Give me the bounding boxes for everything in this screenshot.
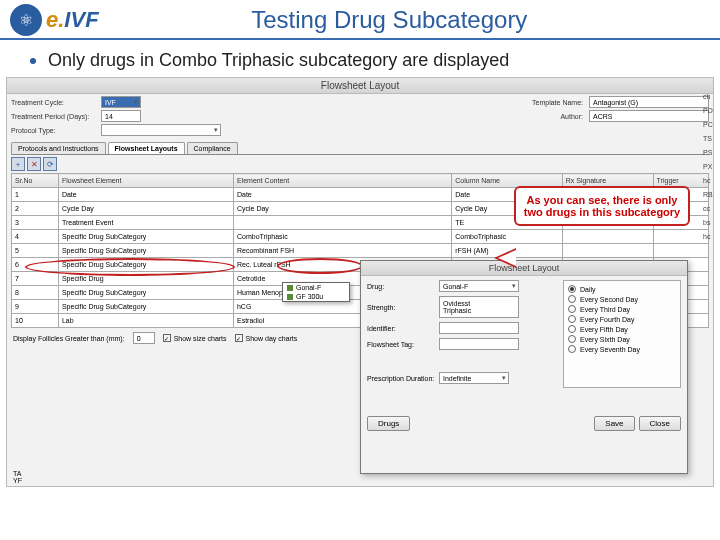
cell: 5 — [12, 244, 59, 258]
cell: 6 — [12, 258, 59, 272]
cell: 2 — [12, 202, 59, 216]
drug-list-item[interactable]: GF 300u — [283, 292, 349, 301]
cell: Cycle Day — [233, 202, 451, 216]
drug-label: Drug: — [367, 283, 439, 290]
table-row[interactable]: 4Specific Drug SubCategoryComboTriphasic… — [12, 230, 709, 244]
frequency-label: Every Fourth Day — [580, 316, 634, 323]
column-header[interactable]: Sr.No — [12, 174, 59, 188]
display-follicles-input[interactable]: 0 — [133, 332, 155, 344]
bottom-code-1: TA — [13, 470, 22, 477]
bottom-code-2: YF — [13, 477, 22, 484]
template-name-input[interactable]: Antagonist (G) — [589, 96, 709, 108]
frequency-group: DailyEvery Second DayEvery Third DayEver… — [563, 280, 681, 388]
cell: Specific Drug SubCategory — [58, 244, 233, 258]
column-header[interactable]: Element Content — [233, 174, 451, 188]
cell: Date — [58, 188, 233, 202]
cell: 4 — [12, 230, 59, 244]
dialog-title: Flowsheet Layout — [361, 261, 687, 276]
display-follicles-label: Display Follicles Greater than (mm): — [13, 335, 125, 342]
cell: 9 — [12, 300, 59, 314]
checkbox-show-day-label: Show day charts — [246, 335, 298, 342]
treatment-cycle-label: Treatment Cycle: — [11, 99, 101, 106]
cell: Specific Drug — [58, 272, 233, 286]
strength-list[interactable]: Ovidesst Triphasic — [439, 296, 519, 318]
refresh-icon[interactable]: ⟳ — [43, 157, 57, 171]
frequency-label: Daily — [580, 286, 596, 293]
frequency-radio[interactable] — [568, 345, 576, 353]
prescription-duration-select[interactable]: Indefinite — [439, 372, 509, 384]
cell — [562, 244, 653, 258]
tab-flowsheet-layouts[interactable]: Flowsheet Layouts — [108, 142, 185, 154]
checkbox-show-day[interactable] — [235, 334, 243, 342]
cell: Recombinant FSH — [233, 244, 451, 258]
tab-protocols[interactable]: Protocols and Instructions — [11, 142, 106, 154]
column-header[interactable]: Flowsheet Element — [58, 174, 233, 188]
template-name-label: Template Name: — [513, 99, 583, 106]
frequency-label: Every Sixth Day — [580, 336, 630, 343]
cell: 10 — [12, 314, 59, 328]
flowsheet-tag-label: Flowsheet Tag: — [367, 341, 439, 348]
checkbox-show-size-label: Show size charts — [174, 335, 227, 342]
right-cutoff-codes: chPDPCTSPSPXhcRBccbshc — [700, 90, 720, 244]
author-input[interactable]: ACRS — [589, 110, 709, 122]
protocol-type-label: Protocol Type: — [11, 127, 101, 134]
logo-e: e. — [46, 7, 64, 32]
window-title: Flowsheet Layout — [7, 78, 713, 94]
atom-icon: ⚛ — [10, 4, 42, 36]
treatment-period-label: Treatment Period (Days): — [11, 113, 101, 120]
cell — [562, 230, 653, 244]
identifier-input[interactable] — [439, 322, 519, 334]
drug-item-label: Gonal-F — [296, 284, 321, 291]
frequency-radio[interactable] — [568, 315, 576, 323]
drug-list-item[interactable]: Gonal-F — [283, 283, 349, 292]
cell: Lab — [58, 314, 233, 328]
protocol-type-select[interactable] — [101, 124, 221, 136]
bullet-text: Only drugs in Combo Triphasic subcategor… — [48, 50, 509, 71]
frequency-radio[interactable] — [568, 305, 576, 313]
frequency-label: Every Second Day — [580, 296, 638, 303]
frequency-radio[interactable] — [568, 285, 576, 293]
close-button[interactable]: Close — [639, 416, 681, 431]
bullet-icon — [30, 58, 36, 64]
page-title: Testing Drug Subcategory — [99, 6, 710, 34]
logo-ivf: IVF — [64, 7, 98, 32]
logo: ⚛ e.IVF — [10, 4, 99, 36]
drug-item-label: GF 300u — [296, 293, 323, 300]
frequency-label: Every Seventh Day — [580, 346, 640, 353]
checkbox-show-size[interactable] — [163, 334, 171, 342]
add-icon[interactable]: ＋ — [11, 157, 25, 171]
callout-text: As you can see, there is only two drugs … — [524, 194, 680, 218]
cell: ComboTriphasic — [233, 230, 451, 244]
delete-icon[interactable]: ✕ — [27, 157, 41, 171]
frequency-radio[interactable] — [568, 335, 576, 343]
cell — [233, 216, 451, 230]
drug-select[interactable]: Gonal-F — [439, 280, 519, 292]
cell: Treatment Event — [58, 216, 233, 230]
strength-label: Strength: — [367, 304, 439, 311]
cell: ComboTriphasic — [452, 230, 562, 244]
tab-compliance[interactable]: Compliance — [187, 142, 238, 154]
frequency-radio[interactable] — [568, 325, 576, 333]
cell: 1 — [12, 188, 59, 202]
frequency-label: Every Fifth Day — [580, 326, 628, 333]
table-row[interactable]: 5Specific Drug SubCategoryRecombinant FS… — [12, 244, 709, 258]
cell: 3 — [12, 216, 59, 230]
treatment-cycle-select[interactable]: IVF — [101, 96, 141, 108]
drug-color-icon — [287, 294, 293, 300]
callout-box: As you can see, there is only two drugs … — [514, 186, 690, 226]
cell: Date — [233, 188, 451, 202]
treatment-period-input[interactable]: 14 — [101, 110, 141, 122]
save-button[interactable]: Save — [594, 416, 634, 431]
cell: Specific Drug SubCategory — [58, 258, 233, 272]
drugs-button[interactable]: Drugs — [367, 416, 410, 431]
identifier-label: Identifier: — [367, 325, 439, 332]
cell: Specific Drug SubCategory — [58, 286, 233, 300]
cell: 7 — [12, 272, 59, 286]
drug-color-icon — [287, 285, 293, 291]
cell: Specific Drug SubCategory — [58, 230, 233, 244]
flowsheet-tag-input[interactable] — [439, 338, 519, 350]
frequency-radio[interactable] — [568, 295, 576, 303]
drug-dropdown-list[interactable]: Gonal-FGF 300u — [282, 282, 350, 302]
author-label: Author: — [513, 113, 583, 120]
prescription-duration-label: Prescription Duration: — [367, 375, 439, 382]
